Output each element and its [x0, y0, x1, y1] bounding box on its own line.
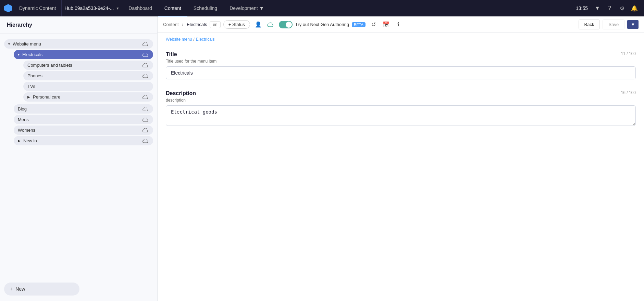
form-area: Title Title used for the menu item 11 / …: [158, 46, 644, 301]
content-area: Content / Electricals en + Status 👤 Try: [158, 16, 644, 301]
new-in-chevron-icon: ▶: [18, 139, 21, 143]
logo-shape: [4, 4, 12, 12]
dev-chevron-icon: ▼: [259, 5, 264, 11]
sidebar-header: Hierarchy: [0, 16, 157, 34]
nav-development[interactable]: Development ▼: [223, 0, 270, 16]
main-layout: Hierarchy ▾ Website menu ▾: [0, 16, 644, 301]
history-icon[interactable]: ↺: [368, 19, 379, 30]
tree-item-label: Electricals: [22, 52, 139, 57]
nav-scheduling[interactable]: Scheduling: [187, 0, 223, 16]
description-textarea[interactable]: [166, 105, 636, 126]
topbar-right: 13:55 ▼ ? ⚙ 🔔: [569, 3, 644, 14]
tree-item-website-menu[interactable]: ▾ Website menu: [4, 39, 153, 49]
description-row-header: Description description 16 / 100: [166, 90, 636, 104]
tree-item-label: Website menu: [13, 41, 139, 47]
language-badge[interactable]: en: [210, 21, 220, 28]
personal-care-chevron-icon: ▶: [27, 95, 30, 99]
nav-dashboard[interactable]: Dashboard: [122, 0, 158, 16]
mens-cloud-icon: [142, 118, 149, 122]
app-logo[interactable]: [0, 0, 16, 16]
hub-chevron-icon: ▼: [116, 6, 119, 10]
info-icon[interactable]: ℹ: [393, 19, 404, 30]
breadcrumb-sep: /: [182, 22, 184, 27]
title-input[interactable]: [166, 66, 636, 79]
hub-label: Hub 09a2a533-9e24-...: [64, 5, 114, 11]
tree-level-1-womens: Womens: [14, 126, 153, 135]
tree-level-1-blog: Blog: [14, 104, 153, 114]
tree-item-label: New in: [23, 138, 139, 143]
tree-item-label: Mens: [18, 117, 139, 122]
tree-level-2-computers: Computers and tablets: [23, 61, 153, 70]
tree-level-1-new-in: ▶ New in: [14, 136, 153, 145]
nav-content[interactable]: Content: [158, 0, 187, 16]
status-button[interactable]: + Status: [223, 20, 250, 29]
top-nav: Dashboard Content Scheduling Development…: [122, 0, 569, 16]
new-plus-icon: +: [10, 286, 13, 292]
help-icon[interactable]: ?: [604, 3, 615, 14]
tree-level-2-personal-care: ▶ Personal care: [23, 92, 153, 102]
website-menu-chevron-icon: ▾: [8, 42, 10, 46]
new-button-label: New: [15, 286, 25, 292]
personal-care-cloud-icon: [142, 95, 149, 99]
user-icon[interactable]: 👤: [253, 19, 264, 30]
tree-item-phones[interactable]: Phones: [23, 71, 153, 80]
notifications-icon[interactable]: 🔔: [629, 3, 640, 14]
tree-level-2-tvs: TVs: [23, 82, 153, 91]
description-counter: 16 / 100: [621, 90, 636, 95]
form-section-title: Title Title used for the menu item 11 / …: [166, 51, 636, 79]
tree-item-womens[interactable]: Womens: [14, 126, 153, 135]
tree-level-1-electricals: ▾ Electricals: [14, 50, 153, 59]
toolbar-breadcrumb-electricals: Electricals: [187, 22, 207, 27]
tree-item-tvs[interactable]: TVs: [23, 82, 153, 91]
tree-level-2-phones: Phones: [23, 71, 153, 80]
new-in-cloud-icon: [142, 139, 149, 143]
save-button[interactable]: Save: [603, 19, 624, 29]
tree-item-new-in[interactable]: ▶ New in: [14, 136, 153, 145]
electricals-chevron-icon: ▾: [18, 53, 20, 56]
tree-item-personal-care[interactable]: ▶ Personal care: [23, 92, 153, 102]
womens-cloud-icon: [142, 128, 149, 132]
back-button[interactable]: Back: [579, 19, 600, 29]
website-menu-cloud-icon: [142, 42, 149, 46]
computers-cloud-icon: [142, 63, 149, 67]
topbar: Dynamic Content Hub 09a2a533-9e24-... ▼ …: [0, 0, 644, 16]
tree-level-1-mens: Mens: [14, 115, 153, 124]
sidebar-footer: + New: [0, 277, 157, 301]
status-button-label: + Status: [228, 22, 245, 27]
electricals-cloud-icon: [142, 53, 149, 57]
toolbar-breadcrumb-content[interactable]: Content: [163, 22, 179, 27]
breadcrumb-electricals: Electricals: [196, 37, 215, 42]
content-toolbar: Content / Electricals en + Status 👤 Try: [158, 16, 644, 33]
sidebar: Hierarchy ▾ Website menu ▾: [0, 16, 158, 301]
title-counter: 11 / 100: [621, 51, 636, 56]
next-gen-toggle[interactable]: [279, 21, 293, 28]
save-more-button[interactable]: ▼: [627, 20, 639, 29]
save-more-icon: ▼: [631, 22, 635, 27]
content-breadcrumb: Website menu / Electricals: [158, 33, 644, 46]
next-gen-label: Try out Next Gen Authoring: [295, 22, 349, 27]
tree-level-0-website-menu: ▾ Website menu: [4, 39, 153, 49]
topbar-chevron-btn[interactable]: ▼: [592, 3, 603, 14]
tree-item-label: Computers and tablets: [27, 63, 139, 68]
calendar-icon[interactable]: 📅: [381, 19, 392, 30]
tree-item-computers[interactable]: Computers and tablets: [23, 61, 153, 70]
tree-item-blog[interactable]: Blog: [14, 104, 153, 114]
description-label: Description: [166, 90, 196, 96]
breadcrumb-website-menu[interactable]: Website menu: [166, 37, 192, 42]
tree-item-mens[interactable]: Mens: [14, 115, 153, 124]
clock: 13:55: [573, 5, 591, 11]
hub-selector[interactable]: Hub 09a2a533-9e24-... ▼: [61, 0, 122, 16]
app-name: Dynamic Content: [16, 5, 61, 11]
tree-item-label: Womens: [18, 128, 139, 133]
next-gen-toggle-wrap: Try out Next Gen Authoring BETA: [279, 21, 366, 28]
cloud-sync-icon[interactable]: [265, 19, 276, 30]
title-label: Title: [166, 51, 216, 57]
breadcrumb-sep-2: /: [193, 37, 194, 42]
tree-item-label: TVs: [27, 84, 149, 89]
tree-item-electricals[interactable]: ▾ Electricals: [14, 50, 153, 59]
tree-item-label: Personal care: [33, 94, 139, 100]
new-button[interactable]: + New: [4, 283, 79, 296]
blog-cloud-icon: [142, 107, 149, 111]
settings-icon[interactable]: ⚙: [617, 3, 628, 14]
beta-badge: BETA: [352, 22, 366, 27]
